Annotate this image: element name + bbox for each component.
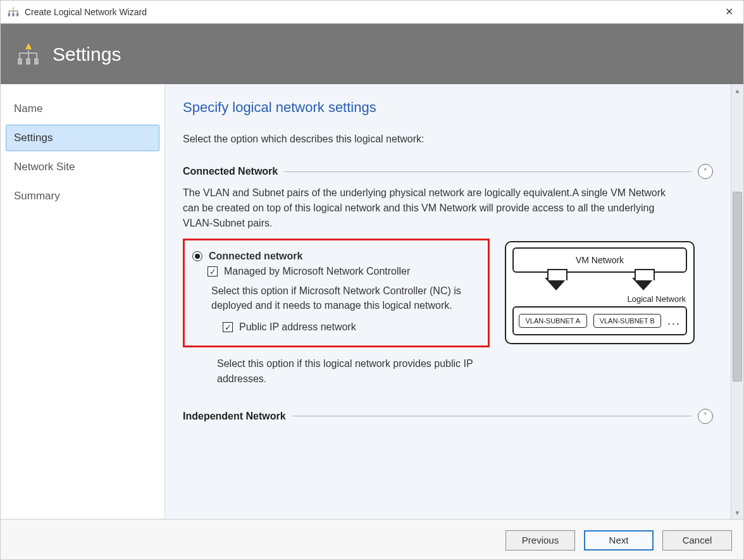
section-divider <box>292 416 691 416</box>
svg-rect-5 <box>26 58 30 65</box>
scroll-thumb[interactable] <box>733 192 742 382</box>
checkbox-icon: ✓ <box>208 266 218 277</box>
radio-connected-network[interactable]: Connected network <box>192 251 480 262</box>
section-header-independent: Independent Network ˅ <box>183 409 713 424</box>
svg-marker-3 <box>12 6 14 8</box>
diagram-subnet-b: VLAN-SUBNET B <box>593 314 662 328</box>
previous-button[interactable]: Previous <box>505 530 575 551</box>
svg-marker-7 <box>25 43 32 49</box>
sidebar: Name Settings Network Site Summary <box>1 84 165 519</box>
expand-icon[interactable]: ˅ <box>698 409 713 424</box>
public-ip-description: Select this option if this logical netwo… <box>217 356 483 385</box>
highlight-box: Connected network ✓ Managed by Microsoft… <box>183 239 490 347</box>
sidebar-item-network-site[interactable]: Network Site <box>6 154 159 180</box>
svg-rect-4 <box>18 58 22 65</box>
scroll-down-icon[interactable]: ▼ <box>731 506 743 519</box>
content-pane: Specify logical network settings Select … <box>165 84 743 519</box>
diagram-ellipsis: ... <box>667 314 681 328</box>
managed-description: Select this option if Microsoft Network … <box>211 283 477 313</box>
checkbox-managed-label: Managed by Microsoft Network Controller <box>224 266 410 277</box>
scroll-up-icon[interactable]: ▲ <box>731 84 743 97</box>
section-header-connected: Connected Network ˄ <box>183 164 713 179</box>
checkbox-managed-by-nc[interactable]: ✓ Managed by Microsoft Network Controlle… <box>208 266 480 277</box>
cancel-button[interactable]: Cancel <box>662 530 732 551</box>
diagram-subnet-a: VLAN-SUBNET A <box>519 314 587 328</box>
close-icon[interactable]: ✕ <box>721 6 737 18</box>
svg-rect-1 <box>12 13 14 16</box>
diagram-arrow-icon <box>632 278 655 290</box>
window-title: Create Logical Network Wizard <box>25 7 721 17</box>
next-button[interactable]: Next <box>584 530 654 551</box>
section-divider <box>284 171 691 172</box>
instruction-text: Select the option which describes this l… <box>183 134 713 145</box>
checkbox-public-ip-label: Public IP address network <box>239 321 356 333</box>
radio-icon <box>192 251 202 261</box>
sidebar-item-settings[interactable]: Settings <box>6 125 159 151</box>
checkbox-icon: ✓ <box>223 322 233 332</box>
main: Name Settings Network Site Summary Speci… <box>1 84 743 519</box>
section-title-independent: Independent Network <box>183 411 286 422</box>
diagram-ln-box: VLAN-SUBNET A VLAN-SUBNET B ... <box>512 306 687 335</box>
diagram-arrow-icon <box>545 278 567 290</box>
connected-description: The VLAN and Subnet pairs of the underly… <box>183 185 683 231</box>
page-heading: Specify logical network settings <box>183 99 713 116</box>
svg-rect-2 <box>16 13 18 16</box>
app-icon <box>7 6 20 18</box>
sidebar-item-summary[interactable]: Summary <box>6 183 159 209</box>
diagram-ln-label: Logical Network <box>512 294 687 304</box>
banner-icon <box>16 42 41 67</box>
collapse-icon[interactable]: ˄ <box>698 164 713 179</box>
svg-rect-0 <box>8 13 10 16</box>
scrollbar[interactable]: ▲ ▼ <box>731 84 743 519</box>
banner-title: Settings <box>53 44 121 65</box>
footer: Previous Next Cancel <box>1 519 743 560</box>
checkbox-public-ip[interactable]: ✓ Public IP address network <box>223 321 480 333</box>
banner: Settings <box>1 23 743 84</box>
titlebar: Create Logical Network Wizard ✕ <box>1 1 743 23</box>
svg-rect-6 <box>34 58 39 65</box>
radio-connected-label: Connected network <box>209 251 302 262</box>
diagram-vm-box: VM Network <box>512 247 687 273</box>
sidebar-item-name[interactable]: Name <box>6 96 159 122</box>
section-title-connected: Connected Network <box>183 166 278 177</box>
network-diagram: VM Network Logical Network VLAN-SUBNET A… <box>505 241 695 344</box>
